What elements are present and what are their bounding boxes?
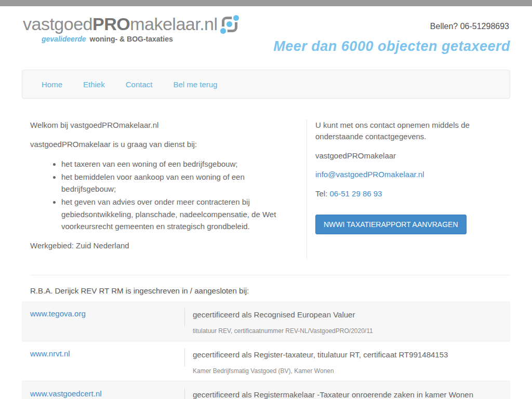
- membership-details: titulatuur REV, certificaatnummer REV-NL…: [193, 327, 500, 335]
- section-divider: [30, 275, 510, 275]
- intro-column: Welkom bij vastgoedPROmakelaar.nl vastgo…: [22, 119, 307, 259]
- membership-link[interactable]: www.nrvt.nl: [30, 349, 70, 358]
- membership-description: gecertificeerd als Register-taxateur, ti…: [193, 349, 500, 360]
- membership-description: gecertificeerd als Registermakelaar -Tax…: [193, 389, 500, 399]
- nav-item-contact[interactable]: Contact: [115, 80, 163, 89]
- contact-email-link[interactable]: info@vastgoedPROmakelaar.nl: [315, 170, 424, 179]
- nav-item-home[interactable]: Home: [31, 80, 73, 89]
- logo-part-3: makelaar.nl: [130, 14, 217, 34]
- logo-part-1: vastgoed: [23, 14, 92, 34]
- content-area: Welkom bij vastgoedPROmakelaar.nl vastgo…: [22, 99, 510, 295]
- contact-company: vastgoedPROmakelaar: [315, 150, 510, 162]
- nav-item-ethiek[interactable]: Ethiek: [73, 80, 115, 89]
- memberships-heading: R.B.A. Derijck REV RT RM is ingeschreven…: [22, 286, 510, 295]
- service-item: het bemiddelen voor aankoop van een woni…: [61, 171, 296, 195]
- page: vastgoedPROmakelaar.nl gevalideerde woni…: [0, 0, 532, 399]
- membership-link[interactable]: www.tegova.org: [30, 309, 86, 318]
- header-phone: Bellen? 06-51298693: [430, 22, 509, 31]
- tel-label: Tel:: [315, 189, 330, 198]
- service-item: het taxeren van een woning of een bedrij…: [61, 158, 296, 170]
- nwwi-request-button[interactable]: NWWI TAXATIERAPPORT AANVRAGEN: [315, 215, 467, 234]
- contact-tel-link[interactable]: 06-51 29 86 93: [330, 189, 382, 198]
- intro-section: Welkom bij vastgoedPROmakelaar.nl vastgo…: [22, 99, 510, 259]
- main-nav: Home Ethiek Contact Bel me terug: [22, 70, 510, 99]
- services-intro-text: vastgoedPROmakelaar is u graag van diens…: [30, 139, 296, 150]
- header-banner: Meer dan 6000 objecten getaxeerd: [273, 38, 510, 55]
- services-list: het taxeren van een woning of een bedrij…: [61, 158, 296, 233]
- logo-wordmark: vastgoedPROmakelaar.nl: [23, 15, 218, 34]
- top-gray-bar: [0, 0, 532, 6]
- service-item: het geven van advies over onder meer con…: [61, 196, 296, 232]
- table-row: www.nrvt.nl gecertificeerd als Register-…: [22, 341, 510, 381]
- welcome-text: Welkom bij vastgoedPROmakelaar.nl: [30, 119, 296, 131]
- table-row: www.tegova.org gecertificeerd als Recogn…: [22, 301, 510, 341]
- site-header: vastgoedPROmakelaar.nl gevalideerde woni…: [0, 15, 532, 70]
- membership-description: gecertificeerd als Recognised European V…: [193, 309, 500, 320]
- memberships-table: www.tegova.org gecertificeerd als Recogn…: [0, 301, 532, 399]
- membership-link[interactable]: www.vastgoedcert.nl: [30, 389, 102, 398]
- contact-column: U kunt met ons contact opnemen middels d…: [307, 119, 510, 259]
- table-row: www.vastgoedcert.nl gecertificeerd als R…: [22, 381, 510, 399]
- nav-item-bel-me-terug[interactable]: Bel me terug: [163, 80, 228, 89]
- contact-intro-text: U kunt met ons contact opnemen middels d…: [315, 119, 471, 142]
- logo-part-2: PRO: [92, 14, 130, 34]
- contact-tel-line: Tel: 06-51 29 86 93: [315, 188, 510, 200]
- membership-details: Kamer Bedrijfsmatig Vastgoed (BV), Kamer…: [193, 367, 500, 375]
- logo-dots-icon: [222, 17, 237, 32]
- tagline-highlight: gevalideerde: [42, 35, 86, 43]
- tagline-rest: woning- & BOG-taxaties: [90, 35, 173, 43]
- region-text: Werkgebied: Zuid Nederland: [30, 240, 296, 251]
